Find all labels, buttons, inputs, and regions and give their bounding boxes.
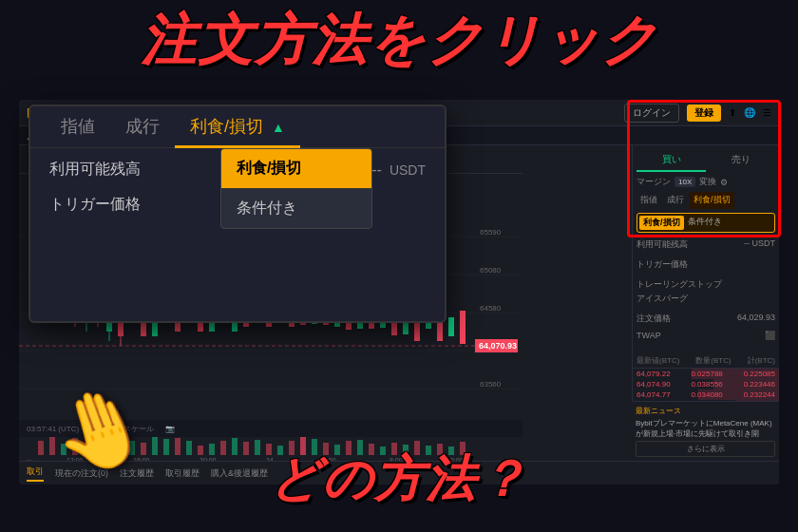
type-label: 変換 [699, 176, 716, 188]
stoploss-label: トレーリングストップ [636, 278, 722, 291]
main-container: 注文方法をクリック BYBIT 現物 デリバティブ インバース ログイン 登録 … [0, 0, 798, 532]
available-label: 利用可能残高 [636, 238, 688, 251]
dd-available-unit: USDT [390, 162, 426, 178]
order-type-tabs: 指値 成行 利食/損切 [636, 192, 775, 209]
svg-text:65590: 65590 [480, 228, 502, 237]
twap-row: TWAP ⬛ [636, 329, 775, 342]
twap-label: TWAP [636, 331, 661, 340]
order-price-value: 64,029.93 [737, 313, 775, 325]
dd-tab-limit[interactable]: 指値 [46, 107, 110, 148]
order-buy-sell-tabs: 買い 売り [636, 149, 775, 172]
order-type-tpsl[interactable]: 利食/損切 [690, 192, 734, 209]
svg-rect-56 [448, 317, 454, 336]
ob-header-price: 最新値(BTC) [636, 355, 679, 366]
main-title: 注文方法をクリック [19, 10, 779, 70]
table-row: 64,074.770.0340800.232244 [633, 390, 779, 400]
table-row: 64,079.220.0257880.225085 [633, 369, 779, 379]
order-price-label: 注文価格 [636, 313, 671, 325]
news-title: 最新ニュース [636, 406, 775, 416]
order-type-limit[interactable]: 指値 [636, 192, 661, 209]
extra-options: トレーリングストップ アイスバーグ [636, 276, 775, 309]
register-button[interactable]: 登録 [687, 104, 721, 122]
table-row: 64,074.900.0385560.223446 [633, 379, 779, 390]
dd-tab-tpsl[interactable]: 利食/損切 ▲ [175, 107, 300, 148]
trigger-label: トリガー価格 [636, 258, 688, 271]
expand-icon[interactable]: ⬛ [765, 331, 775, 340]
svg-text:64580: 64580 [480, 304, 502, 313]
margin-label: マージン [636, 176, 671, 188]
ob-header-usd: 計(BTC) [748, 355, 775, 366]
available-value: -- USDT [744, 238, 775, 251]
order-form: 買い 売り マージン 10X 変換 ⚙ 指値 成行 利食/損切 [633, 145, 779, 350]
svg-rect-57 [460, 311, 466, 344]
menu-item-conditional[interactable]: 条件付き [221, 189, 371, 228]
margin-value[interactable]: 10X [674, 177, 695, 187]
menu-item-tpsl[interactable]: 利食/損切 [221, 149, 371, 189]
dd-trigger-label: トリガー価格 [49, 195, 201, 215]
trigger-row: トリガー価格 [636, 256, 775, 273]
right-panel: 買い 売り マージン 10X 変換 ⚙ 指値 成行 利食/損切 [632, 145, 779, 484]
balance-row: 利用可能残高 -- USDT [636, 237, 775, 253]
topbar-right: ログイン 登録 ⬆ 🌐 ☰ [624, 104, 771, 123]
header-overlay: 注文方法をクリック [19, 10, 779, 70]
iceberg-label: アイスバーグ [636, 293, 688, 305]
tpsl-dropdown-menu: 利食/損切 条件付き [220, 148, 372, 229]
order-price-row: 注文価格 64,029.93 [636, 311, 775, 327]
settings-icon[interactable]: ⚙ [720, 178, 728, 187]
conditional-option[interactable]: 条件付き [688, 216, 722, 230]
dropdown-overlay: 指値 成行 利食/損切 ▲ 利用可能残高 -- USDT トリガー価格 利食/損… [28, 104, 446, 323]
topbar-icon1[interactable]: ⬆ [729, 107, 736, 118]
ob-header-btc: 数量(BTC) [695, 355, 731, 366]
margin-info: マージン 10X 変換 ⚙ [636, 176, 775, 188]
svg-text:65080: 65080 [480, 266, 502, 275]
topbar-icon2[interactable]: 🌐 [744, 107, 755, 118]
login-button[interactable]: ログイン [624, 104, 679, 123]
svg-text:63560: 63560 [480, 380, 502, 389]
dd-available-label: 利用可能残高 [49, 160, 201, 180]
dropdown-tabs: 指値 成行 利食/損切 ▲ [30, 106, 445, 148]
screenshot-icon[interactable]: 📷 [165, 425, 175, 433]
sell-tab[interactable]: 売り [706, 149, 775, 172]
buy-tab[interactable]: 買い [636, 149, 706, 172]
dd-tab-market[interactable]: 成行 [110, 107, 175, 148]
svg-text:64,070.93: 64,070.93 [479, 341, 517, 351]
dd-arrow: ▲ [272, 120, 285, 135]
tpsl-option-selected[interactable]: 利食/損切 [639, 216, 684, 230]
topbar-icon3[interactable]: ☰ [763, 107, 771, 118]
tpsl-submenu: 利食/損切 条件付き [636, 213, 775, 233]
news-item: BybitプレマーケットにMetaCene (MAK)が新規上場·市場に先駆けて… [636, 418, 775, 439]
order-type-market[interactable]: 成行 [663, 192, 688, 209]
